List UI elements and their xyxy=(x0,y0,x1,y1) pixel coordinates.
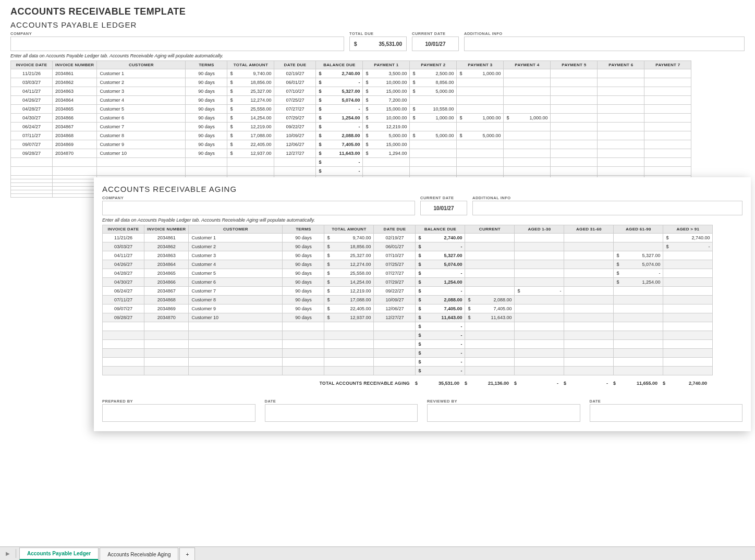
tab-add-sheet[interactable]: + xyxy=(179,547,195,560)
addl-info-label: ADDITIONAL INFO xyxy=(472,196,742,200)
table-row[interactable]: $- xyxy=(103,358,713,367)
table-row[interactable]: $- xyxy=(103,349,713,358)
aging-column-header: INVOICE NUMBER xyxy=(144,225,189,234)
table-row[interactable]: 09/28/272034870Customer 1090 days$12,937… xyxy=(11,149,691,158)
aging-title: ACCOUNTS RECEIVABLE AGING xyxy=(102,185,742,193)
table-row[interactable]: 03/03/272034862Customer 290 days$18,856.… xyxy=(103,242,713,251)
ledger-column-header: DATE DUE xyxy=(274,61,316,69)
tab-label: Accounts Receivable Aging xyxy=(107,552,171,557)
current-date-text: 10/01/27 xyxy=(434,205,454,211)
aging-column-header: CURRENT xyxy=(465,225,515,234)
table-row[interactable]: 04/30/272034866Customer 690 days$14,254.… xyxy=(11,114,691,123)
ledger-column-header: CUSTOMER xyxy=(97,61,186,69)
company-input[interactable] xyxy=(102,201,415,215)
prepared-by-label: PREPARED BY xyxy=(102,399,255,404)
aging-column-header: AGED 61-90 xyxy=(614,225,663,234)
ledger-column-header: TERMS xyxy=(186,61,227,69)
ledger-column-header: INVOICE NUMBER xyxy=(53,61,97,69)
ledger-thead: INVOICE DATEINVOICE NUMBERCUSTOMERTERMST… xyxy=(11,61,691,69)
aging-tbody: 11/21/262034861Customer 190 days$9,740.0… xyxy=(103,234,713,375)
aging-note: Enter all data on Accounts Payable Ledge… xyxy=(102,217,742,223)
table-row[interactable]: $- xyxy=(103,340,713,349)
ledger-header-fields: COMPANY TOTAL DUE $ 35,531.00 CURRENT DA… xyxy=(10,31,745,51)
ledger-note: Enter all data on Accounts Payable Ledge… xyxy=(10,53,745,58)
ledger-column-header: PAYMENT 7 xyxy=(644,61,691,69)
currency-symbol: $ xyxy=(354,41,357,47)
table-row[interactable]: 07/11/272034868Customer 890 days$17,088.… xyxy=(103,296,713,305)
company-label: COMPANY xyxy=(102,196,415,200)
tab-accounts-receivable-aging[interactable]: Accounts Receivable Aging xyxy=(100,547,178,560)
table-row[interactable]: 04/28/272034865Customer 590 days$25,558.… xyxy=(11,105,691,114)
ledger-column-header: PAYMENT 6 xyxy=(598,61,644,69)
reviewed-date-label: DATE xyxy=(590,399,743,404)
aging-totals: TOTAL ACCOUNTS RECEIVABLE AGING$35,531.0… xyxy=(102,376,710,387)
prepared-date-label: DATE xyxy=(265,399,418,404)
table-row[interactable]: 11/21/262034861Customer 190 days$9,740.0… xyxy=(103,234,713,242)
aging-column-header: AGED > 91 xyxy=(663,225,713,234)
table-row[interactable]: 04/28/272034865Customer 590 days$25,558.… xyxy=(103,269,713,278)
tab-separator xyxy=(16,549,16,558)
ledger-column-header: BALANCE DUE xyxy=(316,61,363,69)
reviewed-by-input[interactable] xyxy=(427,404,580,422)
aging-column-header: CUSTOMER xyxy=(189,225,283,234)
aging-column-header: TERMS xyxy=(283,225,324,234)
table-row[interactable]: 06/24/272034867Customer 790 days$12,219.… xyxy=(11,123,691,131)
table-row[interactable]: $- xyxy=(103,322,713,331)
tab-nav-prev-icon[interactable]: ▶ xyxy=(3,547,13,560)
current-date-value: 10/01/27 xyxy=(420,201,467,215)
company-label: COMPANY xyxy=(10,31,344,36)
table-row[interactable]: 04/26/272034864Customer 490 days$12,274.… xyxy=(11,96,691,105)
plus-icon: + xyxy=(186,552,189,557)
aging-thead: INVOICE DATEINVOICE NUMBERCUSTOMERTERMST… xyxy=(103,225,713,234)
aging-panel: ACCOUNTS RECEIVABLE AGING COMPANY CURREN… xyxy=(94,177,751,431)
table-row[interactable]: 11/21/262034861Customer 190 days$9,740.0… xyxy=(11,69,691,78)
table-row[interactable]: 09/07/272034869Customer 990 days$22,405.… xyxy=(103,305,713,313)
ledger-column-header: PAYMENT 3 xyxy=(457,61,504,69)
prepared-date-input[interactable] xyxy=(265,404,418,422)
table-row[interactable]: 04/11/272034863Customer 390 days$25,327.… xyxy=(11,87,691,96)
ledger-column-header: PAYMENT 5 xyxy=(551,61,598,69)
aging-total-label: TOTAL ACCOUNTS RECEIVABLE AGING xyxy=(102,376,412,387)
aging-column-header: AGED 1-30 xyxy=(515,225,564,234)
addl-info-input[interactable] xyxy=(472,201,742,215)
aging-total-cell: $21,136.00 xyxy=(462,376,512,387)
ledger-column-header: PAYMENT 4 xyxy=(504,61,551,69)
aging-total-cell: $35,531.00 xyxy=(412,376,462,387)
table-row[interactable]: $- xyxy=(11,167,691,176)
company-input[interactable] xyxy=(10,36,344,51)
ledger-column-header: TOTAL AMOUNT xyxy=(227,61,274,69)
current-date-value: 10/01/27 xyxy=(412,36,459,51)
aging-total-cell: $11,655.00 xyxy=(611,376,660,387)
table-row[interactable]: 09/07/272034869Customer 990 days$22,405.… xyxy=(11,140,691,149)
table-row[interactable]: 04/26/272034864Customer 490 days$12,274.… xyxy=(103,260,713,269)
aging-column-header: INVOICE DATE xyxy=(103,225,144,234)
triangle-right-icon: ▶ xyxy=(6,551,10,556)
table-row[interactable]: 09/28/272034870Customer 1090 days$12,937… xyxy=(103,313,713,322)
table-row[interactable]: $- xyxy=(103,331,713,340)
ledger-column-header: PAYMENT 2 xyxy=(410,61,457,69)
tab-label: Accounts Payable Ledger xyxy=(27,551,91,556)
aging-column-header: DATE DUE xyxy=(374,225,416,234)
aging-total-cell: $- xyxy=(512,376,561,387)
addl-info-input[interactable] xyxy=(464,36,745,51)
tab-accounts-payable-ledger[interactable]: Accounts Payable Ledger xyxy=(19,547,99,560)
table-row[interactable]: $- xyxy=(103,367,713,375)
table-row[interactable]: 07/11/272034868Customer 890 days$17,088.… xyxy=(11,131,691,140)
aging-table: INVOICE DATEINVOICE NUMBERCUSTOMERTERMST… xyxy=(102,225,713,375)
table-row[interactable]: 04/30/272034866Customer 690 days$14,254.… xyxy=(103,278,713,287)
aging-column-header: BALANCE DUE xyxy=(416,225,465,234)
table-row[interactable]: 03/03/272034862Customer 290 days$18,856.… xyxy=(11,78,691,87)
aging-total-cell: $- xyxy=(561,376,611,387)
ledger-title: ACCOUNTS PAYABLE LEDGER xyxy=(10,20,745,29)
total-due-label: TOTAL DUE xyxy=(349,31,407,36)
ledger-column-header: INVOICE DATE xyxy=(11,61,53,69)
reviewed-date-input[interactable] xyxy=(590,404,743,422)
aging-column-header: TOTAL AMOUNT xyxy=(324,225,374,234)
table-row[interactable]: 06/24/272034867Customer 790 days$12,219.… xyxy=(103,287,713,296)
total-due-value: $ 35,531.00 xyxy=(349,36,407,51)
ledger-column-header: PAYMENT 1 xyxy=(363,61,410,69)
table-row[interactable]: $- xyxy=(11,158,691,167)
table-row[interactable]: 04/11/272034863Customer 390 days$25,327.… xyxy=(103,251,713,260)
prepared-by-input[interactable] xyxy=(102,404,255,422)
aging-total-cell: $2,740.00 xyxy=(660,376,710,387)
